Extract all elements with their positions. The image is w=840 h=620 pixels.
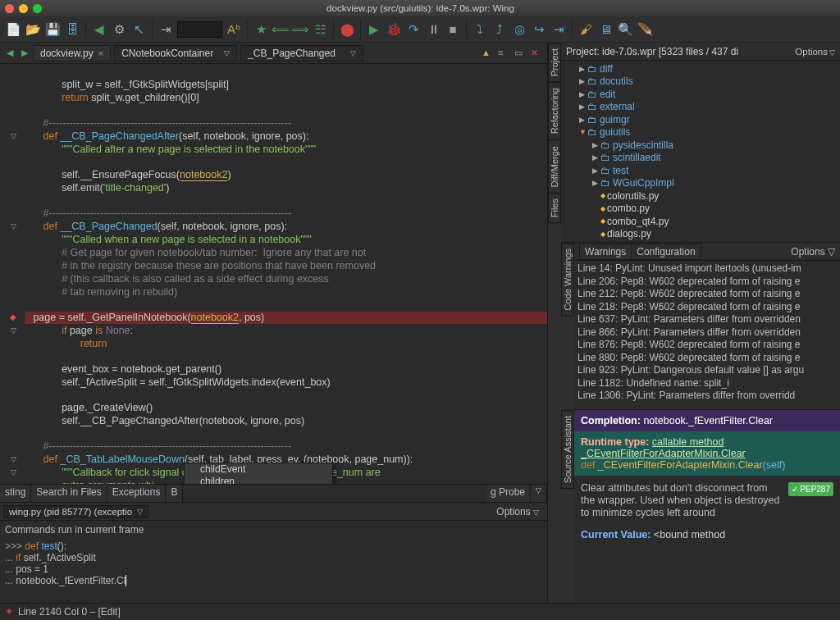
save-icon[interactable]: 💾 bbox=[44, 21, 61, 38]
save-all-icon[interactable]: 🗄 bbox=[64, 21, 80, 38]
project-tree-item[interactable]: ◆dialogs.py bbox=[561, 228, 840, 241]
close-tab-icon[interactable]: × bbox=[98, 48, 103, 58]
project-tree-item[interactable]: ◆combo.py bbox=[561, 203, 840, 216]
settings-icon[interactable]: ⚙ bbox=[111, 21, 127, 38]
panel-icon[interactable]: ▭ bbox=[514, 48, 526, 59]
code-text: split_w = self._fGtkSplitWidgets[split] bbox=[62, 79, 229, 90]
wing-icon[interactable]: 🪶 bbox=[637, 21, 653, 38]
breakpoint-icon[interactable]: ⬤ bbox=[339, 21, 355, 38]
bottom-tab[interactable]: B bbox=[166, 485, 183, 502]
process-dropdown[interactable]: wing.py (pid 85777) (exceptio ▽ bbox=[3, 505, 148, 518]
step-icon[interactable]: ↪ bbox=[531, 21, 547, 38]
bookmark-add-icon[interactable]: ★ bbox=[253, 21, 269, 38]
config-tab[interactable]: Configuration bbox=[631, 244, 701, 260]
warn-icon[interactable]: ▲ bbox=[482, 48, 493, 59]
class-dropdown[interactable]: CNotebookContainer ▽ bbox=[114, 45, 237, 62]
bottom-tab[interactable]: g Probe bbox=[486, 485, 531, 502]
search-icon[interactable]: 🔍 bbox=[617, 21, 633, 38]
side-tab-diff[interactable]: Diff/Merge bbox=[548, 140, 561, 194]
project-tree-item[interactable]: ◆combo_qt4.py bbox=[561, 215, 840, 228]
warning-item[interactable]: Line 1306: PyLint: Parameters differ fro… bbox=[578, 390, 837, 403]
code-text: self.__CB_PageChangedAfter(notebook, ign… bbox=[62, 415, 304, 426]
nav-fwd-icon[interactable]: ▶ bbox=[18, 47, 31, 60]
spell-icon[interactable]: Aᵇ bbox=[226, 21, 242, 38]
code-text: self.__EnsurePageFocus( bbox=[62, 169, 180, 180]
warning-item[interactable]: Line 218: Pep8: W602 deprecated form of … bbox=[578, 301, 837, 314]
stop-icon[interactable]: ■ bbox=[445, 21, 461, 38]
code-comment: #---------------------------------------… bbox=[43, 440, 292, 452]
warning-item[interactable]: Line 206: Pep8: W602 deprecated form of … bbox=[578, 276, 837, 289]
autocomplete-item[interactable]: children bbox=[185, 476, 332, 485]
step-into-icon[interactable]: ⤵ bbox=[472, 21, 488, 38]
debug-icon[interactable]: 🐞 bbox=[386, 21, 402, 38]
warnings-list[interactable]: Line 14: PyLint: Unused import itertools… bbox=[574, 261, 840, 410]
member-dropdown[interactable]: _CB_PageChanged ▽ bbox=[240, 45, 363, 62]
project-tree-item[interactable]: ▶🗀WGuiCppImpl bbox=[561, 177, 840, 190]
side-tab-refactoring[interactable]: Refactoring bbox=[548, 82, 561, 139]
project-tree-item[interactable]: ▶🗀docutils bbox=[561, 75, 840, 89]
project-tree-item[interactable]: ▶🗀test bbox=[561, 164, 840, 177]
warning-item[interactable]: Line 637: PyLint: Parameters differ from… bbox=[578, 313, 837, 326]
back-icon[interactable]: ◀ bbox=[91, 21, 107, 38]
warning-item[interactable]: Line 880: Pep8: W602 deprecated form of … bbox=[578, 352, 837, 365]
pointer-icon[interactable]: ↖ bbox=[130, 21, 147, 38]
goto-input[interactable] bbox=[177, 21, 222, 38]
bottom-tab[interactable]: Exceptions bbox=[107, 485, 167, 502]
open-file-icon[interactable]: 📂 bbox=[25, 21, 41, 38]
bookmark-prev-icon[interactable]: ⟸ bbox=[272, 21, 289, 38]
debug-probe[interactable]: Commands run in current frame >>> def te… bbox=[0, 521, 547, 603]
monitor-icon[interactable]: 🖥 bbox=[597, 21, 614, 38]
continue-icon[interactable]: ⇥ bbox=[550, 21, 567, 38]
code-editor[interactable]: split_w = self._fGtkSplitWidgets[split] … bbox=[0, 64, 547, 484]
autocomplete-item[interactable]: childEvent bbox=[185, 463, 332, 476]
code-comment: # Get page for given notebook/tab number… bbox=[62, 247, 366, 258]
paint-icon[interactable]: 🖌 bbox=[578, 21, 594, 38]
project-tree-item[interactable]: ▶🗀scintillaedit bbox=[561, 152, 840, 165]
new-file-icon[interactable]: 📄 bbox=[5, 21, 21, 38]
bottom-tab-caret[interactable]: ▽ bbox=[531, 485, 547, 502]
project-tree-item[interactable]: ▶🗀edit bbox=[561, 88, 840, 101]
goto-line-icon[interactable]: ⇥ bbox=[158, 21, 174, 38]
warning-item[interactable]: Line 876: Pep8: W602 deprecated form of … bbox=[578, 339, 837, 352]
warnings-tab[interactable]: Warnings bbox=[579, 244, 632, 260]
status-bar: ✶ Line 2140 Col 0 – [Edit] bbox=[0, 603, 840, 620]
side-tab-source-assistant[interactable]: Source Assistant bbox=[561, 410, 574, 489]
project-tree-item[interactable]: ▼🗀guiutils bbox=[561, 126, 840, 139]
project-tree[interactable]: ▶🗀diff▶🗀docutils▶🗀edit▶🗀external▶🗀guimgr… bbox=[561, 61, 840, 243]
close-all-icon[interactable]: ✕ bbox=[531, 48, 542, 59]
nav-back-icon[interactable]: ◀ bbox=[3, 47, 16, 60]
warning-item[interactable]: Line 923: PyLint: Dangerous default valu… bbox=[578, 364, 837, 377]
bottom-tab[interactable]: sting bbox=[0, 485, 31, 502]
autocomplete-popup[interactable]: childEventchildren●ClearconnectNotifycus… bbox=[184, 463, 333, 484]
code-kw: return bbox=[62, 92, 89, 103]
bug-icon[interactable]: ✶ bbox=[5, 606, 13, 618]
file-tab[interactable]: dockview.py × bbox=[33, 45, 111, 62]
step-over-icon[interactable]: ↷ bbox=[405, 21, 422, 38]
side-tab-project[interactable]: Project bbox=[548, 43, 561, 82]
project-tree-item[interactable]: ◆colorutils.py bbox=[561, 189, 840, 203]
warning-item[interactable]: Line 866: PyLint: Parameters differ from… bbox=[578, 326, 837, 340]
warning-item[interactable]: Line 1182: Undefined name: split_i bbox=[578, 377, 837, 390]
side-tab-code-warnings[interactable]: Code Warnings bbox=[561, 243, 574, 316]
step-out-icon[interactable]: ⤴ bbox=[491, 21, 508, 38]
warning-item[interactable]: Line 212: Pep8: W602 deprecated form of … bbox=[578, 288, 837, 301]
options-link[interactable]: Options ▽ bbox=[496, 506, 539, 517]
run-icon[interactable]: ▶ bbox=[366, 21, 382, 38]
bottom-tab[interactable]: Search in Files bbox=[31, 485, 107, 502]
side-tab-files[interactable]: Files bbox=[548, 193, 561, 223]
project-tree-item[interactable]: ▶🗀guimgr bbox=[561, 113, 840, 126]
pause-icon[interactable]: ⏸ bbox=[425, 21, 441, 38]
project-options[interactable]: Options▽ bbox=[795, 47, 835, 57]
project-tree-item[interactable]: ▶🗀pysidescintilla bbox=[561, 139, 840, 152]
source-assistant-panel: Source Assistant Completion: notebook._f… bbox=[561, 410, 840, 603]
sa-description: ✓ PEP287 Clear attributes but don't disc… bbox=[574, 476, 840, 526]
warnings-options[interactable]: Options ▽ bbox=[791, 246, 835, 258]
sa-current-value: Current Value: <bound method bbox=[574, 526, 840, 544]
bookmark-list-icon[interactable]: ☷ bbox=[312, 21, 328, 38]
project-tree-item[interactable]: ▶🗀diff bbox=[561, 62, 840, 75]
list-icon[interactable]: ≡ bbox=[498, 48, 509, 59]
bookmark-next-icon[interactable]: ⟹ bbox=[292, 21, 308, 38]
target-icon[interactable]: ◎ bbox=[511, 21, 527, 38]
warning-item[interactable]: Line 14: PyLint: Unused import itertools… bbox=[578, 262, 837, 276]
project-tree-item[interactable]: ▶🗀external bbox=[561, 101, 840, 114]
